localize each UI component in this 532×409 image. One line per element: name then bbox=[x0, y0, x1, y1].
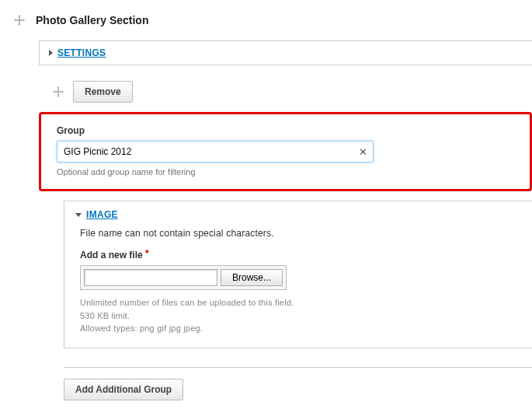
filename-warning: File name can not contain special charac… bbox=[80, 228, 516, 239]
group-label: Group bbox=[57, 125, 514, 136]
file-upload-control[interactable]: Browse... bbox=[80, 265, 287, 290]
group-hint: Optional add group name for filtering bbox=[57, 167, 514, 177]
settings-link[interactable]: SETTINGS bbox=[57, 47, 106, 58]
remove-button[interactable]: Remove bbox=[73, 81, 133, 103]
drag-handle-icon[interactable] bbox=[14, 15, 25, 26]
file-path-display bbox=[84, 269, 217, 286]
drag-handle-icon[interactable] bbox=[53, 86, 64, 97]
group-name-input[interactable] bbox=[57, 141, 374, 163]
clear-input-icon[interactable]: ✕ bbox=[359, 146, 367, 158]
chevron-right-icon bbox=[49, 50, 53, 56]
chevron-down-icon bbox=[75, 213, 82, 217]
group-highlight-box: Group ✕ Optional add group name for filt… bbox=[39, 112, 532, 191]
image-link[interactable]: IMAGE bbox=[86, 209, 118, 220]
settings-accordion-header[interactable]: SETTINGS bbox=[39, 40, 532, 65]
add-file-label: Add a new file * bbox=[80, 250, 516, 260]
image-accordion-header[interactable]: IMAGE bbox=[64, 201, 532, 225]
upload-hints: Unlimited number of files can be uploade… bbox=[80, 296, 516, 335]
browse-button[interactable]: Browse... bbox=[221, 269, 283, 286]
section-title: Photo Gallery Section bbox=[36, 14, 148, 26]
add-additional-group-button[interactable]: Add Additional Group bbox=[64, 379, 183, 400]
required-star-icon: * bbox=[145, 248, 149, 259]
